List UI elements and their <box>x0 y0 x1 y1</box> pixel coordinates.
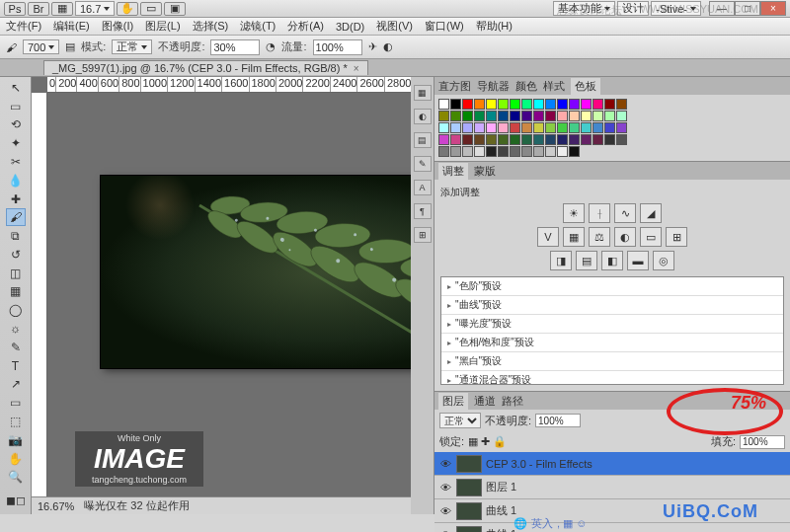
layer-blend-select[interactable]: 正常 <box>439 413 481 428</box>
pressure-opacity-icon[interactable]: ◔ <box>266 40 276 53</box>
swatch[interactable] <box>581 111 592 121</box>
tab-adjustments[interactable]: 调整 <box>438 163 468 180</box>
swatch[interactable] <box>462 146 473 157</box>
strip-icon-1[interactable]: ▦ <box>414 85 432 101</box>
adj-hue-icon[interactable]: ▦ <box>563 227 585 247</box>
type-tool[interactable]: T <box>6 357 26 375</box>
tab-masks[interactable]: 蒙版 <box>474 164 496 179</box>
menu-image[interactable]: 图像(I) <box>102 19 133 34</box>
swatch[interactable] <box>510 134 520 145</box>
opacity-input[interactable] <box>210 39 260 55</box>
swatch[interactable] <box>486 111 497 121</box>
adj-levels-icon[interactable]: ⟊ <box>589 203 610 223</box>
adj-selective-icon[interactable]: ◎ <box>653 251 674 270</box>
tab-channels[interactable]: 通道 <box>474 394 496 409</box>
adj-exposure-icon[interactable]: ◢ <box>640 203 662 223</box>
swatch[interactable] <box>521 134 532 145</box>
adj-threshold-icon[interactable]: ◧ <box>601 251 623 270</box>
swatch[interactable] <box>569 99 580 110</box>
swatch[interactable] <box>450 134 461 145</box>
layer-row[interactable]: 👁图层 1 <box>434 476 790 499</box>
swatch[interactable] <box>486 134 497 145</box>
menu-file[interactable]: 文件(F) <box>6 19 41 34</box>
swatch[interactable] <box>521 111 532 121</box>
menu-select[interactable]: 选择(S) <box>193 19 229 34</box>
swatch[interactable] <box>510 111 520 121</box>
tab-styles[interactable]: 样式 <box>543 79 565 94</box>
visibility-icon[interactable]: 👁 <box>438 482 452 494</box>
swatch[interactable] <box>438 146 449 157</box>
preset-item[interactable]: "色相/饱和度"预设 <box>441 334 783 352</box>
swatch[interactable] <box>510 99 520 110</box>
swatch[interactable] <box>533 146 544 157</box>
layer-row[interactable]: 👁曲线 1 <box>434 523 790 532</box>
dodge-tool[interactable]: ☼ <box>6 320 26 338</box>
menu-3d[interactable]: 3D(D) <box>336 21 364 33</box>
strip-icon-4[interactable]: ✎ <box>414 156 432 172</box>
swatch[interactable] <box>474 122 485 133</box>
swatch[interactable] <box>592 134 603 145</box>
swatch[interactable] <box>450 146 461 157</box>
brush-preset-icon[interactable]: 🖌 <box>6 41 17 53</box>
adj-photo-icon[interactable]: ▭ <box>640 227 662 247</box>
swatch[interactable] <box>450 99 461 110</box>
document-canvas[interactable] <box>101 176 411 368</box>
swatch[interactable] <box>569 122 580 133</box>
brush-tool[interactable]: 🖌 <box>6 208 26 226</box>
menu-help[interactable]: 帮助(H) <box>476 19 513 34</box>
preset-item[interactable]: "通道混合器"预设 <box>441 371 783 385</box>
swatch[interactable] <box>533 99 544 110</box>
swatch[interactable] <box>557 99 568 110</box>
document-tab[interactable]: _MG_5997(1).jpg @ 16.7% (CEP 3.0 - Film … <box>43 60 368 75</box>
adj-gradient-icon[interactable]: ▬ <box>627 251 649 270</box>
swatch[interactable] <box>498 134 509 145</box>
adj-poster-icon[interactable]: ▤ <box>576 251 597 270</box>
blur-tool[interactable]: ◯ <box>6 301 26 319</box>
adj-brightness-icon[interactable]: ☀ <box>563 203 585 223</box>
move-tool[interactable]: ↖ <box>6 79 26 97</box>
swatch[interactable] <box>604 122 615 133</box>
shape-tool[interactable]: ▭ <box>6 394 26 412</box>
close-button[interactable]: × <box>760 1 786 16</box>
tab-swatches[interactable]: 色板 <box>571 78 600 95</box>
swatch[interactable] <box>462 111 473 121</box>
swatch[interactable] <box>486 99 497 110</box>
swatch[interactable] <box>616 111 627 121</box>
swatch[interactable] <box>438 122 449 133</box>
swatch[interactable] <box>521 99 532 110</box>
crop-tool[interactable]: ✂ <box>6 153 26 171</box>
swatch[interactable] <box>498 99 509 110</box>
tab-histogram[interactable]: 直方图 <box>438 79 471 94</box>
preset-item[interactable]: "曝光度"预设 <box>441 315 783 334</box>
wand-tool[interactable]: ✦ <box>6 134 26 152</box>
swatch[interactable] <box>557 134 568 145</box>
menu-analysis[interactable]: 分析(A) <box>287 19 324 34</box>
swatch[interactable] <box>604 99 615 110</box>
swatch[interactable] <box>557 111 568 121</box>
tab-color[interactable]: 颜色 <box>515 79 537 94</box>
fill-input[interactable] <box>740 435 785 449</box>
swatch[interactable] <box>592 122 603 133</box>
zoom-tool[interactable]: 🔍 <box>6 468 26 486</box>
swatch[interactable] <box>557 122 568 133</box>
swatch[interactable] <box>486 146 497 157</box>
swatch[interactable] <box>510 146 520 157</box>
visibility-icon[interactable]: 👁 <box>438 505 452 517</box>
layer-opacity-input[interactable] <box>535 414 581 427</box>
pen-tool[interactable]: ✎ <box>6 339 26 356</box>
swatch[interactable] <box>533 134 544 145</box>
zoom-dropdown[interactable]: 16.7 <box>75 1 115 16</box>
ime-indicator[interactable]: 🌐英入, ▦ ☺ <box>514 516 587 531</box>
swatch[interactable] <box>474 134 485 145</box>
swatch[interactable] <box>521 146 532 157</box>
menu-view[interactable]: 视图(V) <box>376 19 413 34</box>
menu-filter[interactable]: 滤镜(T) <box>240 19 276 34</box>
preset-item[interactable]: "曲线"预设 <box>441 296 783 315</box>
ps-icon[interactable]: Ps <box>4 2 26 16</box>
history-brush-tool[interactable]: ↺ <box>6 246 26 264</box>
swatch[interactable] <box>569 134 580 145</box>
status-zoom[interactable]: 16.67% <box>38 500 74 512</box>
gradient-tool[interactable]: ▦ <box>6 283 26 301</box>
tab-close-icon[interactable]: × <box>354 63 359 74</box>
strip-icon-2[interactable]: ◐ <box>414 109 432 124</box>
